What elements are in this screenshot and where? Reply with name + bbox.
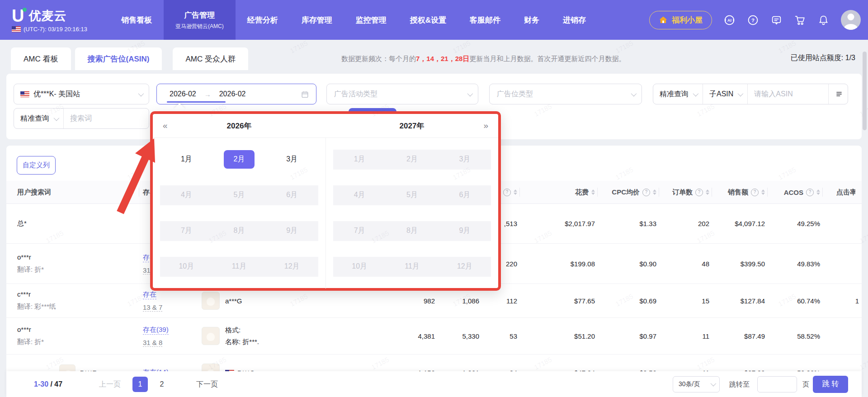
result-range-label: 1-30 / 47 — [34, 380, 62, 388]
cart-icon[interactable] — [794, 14, 806, 26]
metric-cell: $2,017.97 — [520, 203, 598, 243]
sort-up-icon — [706, 189, 709, 192]
feedback-icon[interactable] — [770, 14, 783, 26]
month-cell-4月: 4月 — [171, 186, 202, 204]
jump-to-label: 跳转至 — [729, 380, 750, 388]
metric-cell: $77.65 — [520, 284, 598, 317]
page-numbers: 12 — [132, 377, 170, 392]
campaign-type-select[interactable]: 广告活动类型 — [326, 84, 478, 104]
month-range-picker[interactable]: 2026-02 → 2026-02 — [156, 84, 316, 104]
page-number-2[interactable]: 2 — [154, 377, 170, 392]
help-icon[interactable]: ? — [642, 189, 650, 196]
list-settings-button[interactable] — [828, 84, 848, 104]
nav-item-销售看板[interactable]: 销售看板 — [109, 0, 164, 40]
jump-button[interactable]: 跳 转 — [813, 376, 848, 393]
month-row: 1月2月3月 — [160, 142, 318, 177]
sort-down-icon — [130, 193, 134, 195]
exist-link[interactable]: 31 & 8 — [143, 339, 162, 347]
logo[interactable]: U 优麦云 — [12, 7, 109, 24]
main-menu: 销售看板广告管理亚马逊营销云(AMC)经营分析库存管理监控管理授权&设置客服邮件… — [109, 0, 598, 40]
next-page-button[interactable]: 下一页 — [196, 379, 218, 389]
site-select[interactable]: 优***K- 美国站 — [14, 84, 149, 104]
sort-icon[interactable] — [816, 189, 820, 195]
nav-item-财务[interactable]: 财务 — [512, 0, 551, 40]
sort-icon[interactable] — [130, 189, 134, 195]
nav-item-广告管理[interactable]: 广告管理亚马逊营销云(AMC) — [164, 0, 236, 40]
sort-up-icon — [591, 189, 595, 192]
tab-搜索广告位(ASIN)[interactable]: 搜索广告位(ASIN) — [75, 47, 162, 70]
month-cell-2月[interactable]: 2月 — [224, 150, 255, 169]
keyword-input[interactable]: 搜索词 — [63, 109, 149, 128]
asin-search-group: 精准查询 子ASIN 请输入ASIN — [653, 84, 848, 104]
nav-item-label: 进销存 — [563, 15, 586, 25]
header-icons: ? — [640, 189, 656, 196]
jump-page-input[interactable] — [757, 376, 797, 392]
help-icon[interactable]: ? — [695, 189, 703, 196]
nav-item-客服邮件[interactable]: 客服邮件 — [458, 0, 512, 40]
nav-item-经营分析[interactable]: 经营分析 — [236, 0, 290, 40]
product-cell: 格式:名称: 折***. — [199, 318, 357, 354]
metric-cell: $87.49 — [712, 318, 768, 354]
month-cell-1月[interactable]: 1月 — [171, 150, 202, 169]
tab-AMC 受众人群[interactable]: AMC 受众人群 — [173, 47, 248, 70]
app-root: U 优麦云 (UTC-7): 03/19 20:16:13 销售看板广告管理亚马… — [0, 0, 868, 397]
header-icons: ? — [693, 189, 709, 196]
custom-columns-button[interactable]: 自定义列 — [17, 156, 56, 175]
asin-scope-select[interactable]: 子ASIN — [703, 84, 747, 104]
keyword-match-mode-select[interactable]: 精准查询 — [14, 109, 63, 128]
logo-mark-icon: U — [12, 7, 24, 24]
nav-item-label: 广告管理 — [184, 10, 215, 20]
tab-AMC 看板[interactable]: AMC 看板 — [11, 47, 71, 70]
nav-item-label: 经营分析 — [247, 15, 278, 25]
welfare-house-button[interactable]: 福利小屋 — [649, 11, 712, 29]
chevron-down-icon — [631, 90, 637, 96]
date-end-value[interactable]: 2026-02 — [219, 90, 246, 98]
notification-icon[interactable] — [817, 14, 830, 26]
sort-icon[interactable] — [761, 189, 765, 195]
exist-link[interactable]: 13 & 7 — [143, 303, 162, 312]
ai-assistant-icon[interactable]: AI — [723, 14, 736, 26]
help-icon[interactable]: ? — [503, 189, 511, 196]
help-icon[interactable]: ? — [751, 189, 759, 196]
nav-item-库存管理[interactable]: 库存管理 — [290, 0, 344, 40]
sort-icon[interactable] — [706, 189, 709, 195]
metric-cell — [823, 203, 862, 243]
product-thumbnail — [202, 292, 220, 310]
sort-icon[interactable] — [514, 189, 517, 195]
next-year-button[interactable]: » — [483, 121, 488, 131]
search-term-text: o***r — [17, 253, 139, 261]
nav-item-监控管理[interactable]: 监控管理 — [344, 0, 398, 40]
exist-link[interactable]: 存在 — [143, 290, 156, 299]
product-line: 格式: — [225, 326, 259, 335]
help-icon[interactable]: ? — [806, 189, 814, 196]
nav-item-label: 库存管理 — [302, 15, 332, 25]
header-icons — [589, 189, 595, 195]
sort-icon[interactable] — [591, 189, 595, 195]
metric-cell: 49.25% — [768, 203, 823, 243]
col-header-点击率: 点击率 — [823, 181, 862, 203]
nav-item-进销存[interactable]: 进销存 — [551, 0, 598, 40]
page-number-1[interactable]: 1 — [132, 377, 148, 392]
placement-type-select[interactable]: 广告位类型 — [489, 84, 642, 104]
date-start-value[interactable]: 2026-02 — [170, 90, 196, 98]
prev-year-button[interactable]: « — [163, 121, 168, 131]
header-icons: ? — [748, 189, 765, 196]
help-icon[interactable]: ? — [747, 14, 759, 26]
month-cell-6月: 6月 — [449, 186, 480, 204]
match-mode-select[interactable]: 精准查询 — [653, 84, 703, 104]
asin-input[interactable]: 请输入ASIN — [747, 84, 828, 104]
nav-item-sublabel: 亚马逊营销云(AMC) — [175, 23, 224, 30]
sort-icon[interactable] — [653, 189, 656, 195]
sort-down-icon — [591, 193, 595, 195]
month-cell-3月[interactable]: 3月 — [276, 150, 307, 169]
prev-page-button[interactable]: 上一页 — [99, 379, 121, 389]
user-avatar[interactable] — [841, 10, 861, 30]
page-size-select[interactable]: 30条/页 — [673, 376, 720, 392]
search-term-cell: o***r翻译: 折* — [6, 318, 139, 354]
product-info: 格式:名称: 折***. — [225, 326, 259, 346]
month-cell-10月: 10月 — [169, 257, 204, 276]
scrollbar-thumb[interactable] — [863, 52, 867, 130]
exist-link[interactable]: 存在(39) — [143, 326, 169, 335]
nav-item-授权&设置[interactable]: 授权&设置 — [398, 0, 458, 40]
exist-link[interactable]: 31 — [143, 266, 151, 274]
